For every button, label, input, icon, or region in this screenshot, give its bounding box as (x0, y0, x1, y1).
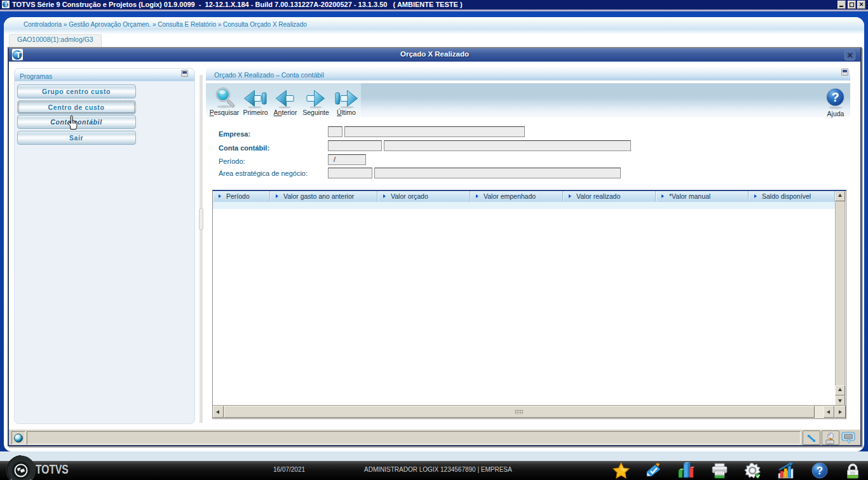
svg-text:?: ? (817, 465, 823, 477)
svg-text:?: ? (831, 90, 839, 104)
svg-text:T: T (4, 1, 8, 8)
